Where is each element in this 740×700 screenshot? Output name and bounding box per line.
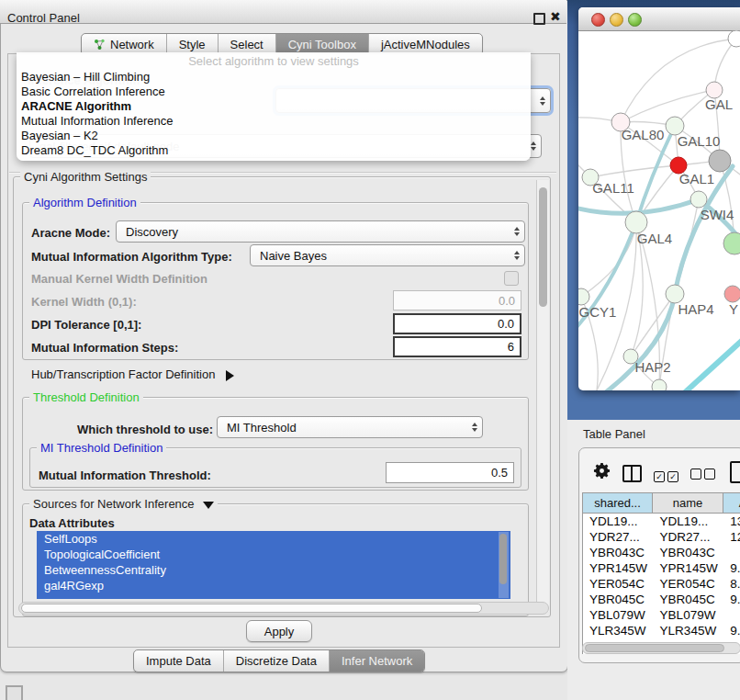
scrollbar-thumb[interactable]	[585, 644, 724, 652]
apply-button[interactable]: Apply	[246, 620, 312, 642]
data-attributes-list[interactable]: SelfLoopsTopologicalCoefficientBetweenne…	[37, 531, 510, 599]
table-row[interactable]: YDL19...YDL19...13	[583, 514, 740, 529]
zoom-button[interactable]	[628, 13, 642, 27]
table-row[interactable]: YBR043CYBR043C	[583, 545, 740, 560]
manual-kernel-checkbox[interactable]	[504, 271, 519, 286]
network-edge[interactable]	[590, 165, 678, 177]
algorithm-dropdown-list: Select algorithm to view settings Bayesi…	[17, 52, 531, 161]
network-canvas[interactable]: GALGAL80GAL10GAL1GAL11SWI4GAL4GCY1HAP4YH…	[578, 30, 740, 390]
table-row[interactable]: YBL079WYBL079W	[583, 607, 740, 623]
settings-vertical-scrollbar[interactable]	[536, 180, 549, 612]
node-gal10[interactable]	[666, 117, 684, 135]
attribute-item-clipped[interactable]	[37, 593, 510, 599]
which-threshold-combo[interactable]: MI Threshold	[217, 416, 483, 438]
dropdown-item-dream8-dc-tdc-algorithm[interactable]: Dream8 DC_TDC Algorithm	[17, 143, 531, 158]
tab-discretize-data[interactable]: Discretize Data	[224, 650, 330, 672]
chevron-right-icon	[226, 370, 234, 381]
table-cell: 13	[723, 514, 740, 529]
tab-infer-network[interactable]: Infer Network	[330, 650, 424, 672]
control-panel-titlebar[interactable]	[0, 0, 566, 24]
node-unlabeled-top[interactable]	[728, 30, 740, 47]
chevron-down-icon	[203, 502, 214, 509]
node-gray[interactable]	[709, 150, 731, 172]
columns-icon[interactable]	[622, 465, 642, 482]
scrollbar-thumb[interactable]	[21, 604, 482, 613]
table-cell: YBR043C	[583, 545, 654, 560]
table-cell: YBR045C	[583, 592, 654, 607]
table-row[interactable]: YBR045CYBR045C9.	[583, 592, 740, 607]
settings-group-title: Cyni Algorithm Settings	[20, 170, 151, 184]
column-header-name[interactable]: name	[653, 493, 723, 513]
node-label-gal: GAL	[705, 96, 733, 112]
table-cell: 9.	[723, 623, 740, 638]
minimize-button[interactable]	[610, 13, 623, 27]
table-cell: YBL079W	[654, 607, 724, 623]
table-horizontal-scrollbar[interactable]	[582, 642, 740, 654]
scrollbar-thumb[interactable]	[539, 187, 547, 307]
attribute-item-betweennesscentrality[interactable]: BetweennessCentrality	[37, 562, 510, 578]
stepper-arrows-icon	[531, 141, 536, 151]
table-row[interactable]: YDR27...YDR27...12	[583, 529, 740, 545]
table-cell	[723, 607, 740, 623]
threshold-definition-title: Threshold Definition	[29, 390, 143, 404]
checked-columns-icon[interactable]: ✓✓	[654, 467, 681, 483]
scrollbar-thumb[interactable]	[499, 534, 507, 584]
aracne-mode-value: Discovery	[126, 225, 178, 239]
dropdown-item-aracne-algorithm[interactable]: ARACNE Algorithm	[17, 99, 531, 114]
table-cell: YDL19...	[583, 514, 654, 529]
table-row[interactable]: YPR145WYPR145W9.	[583, 560, 740, 576]
dropdown-item-bayesian-hill-climbing[interactable]: Bayesian – Hill Climbing	[17, 70, 531, 85]
table-cell: YPR145W	[654, 560, 724, 576]
node-y[interactable]	[724, 286, 740, 302]
attribute-item-topologicalcoefficient[interactable]: TopologicalCoefficient	[37, 547, 510, 562]
kernel-width-field[interactable]: 0.0	[393, 290, 521, 310]
close-icon[interactable]: ✖	[550, 9, 561, 24]
attribute-item-gal4rgexp[interactable]: gal4RGexp	[37, 578, 510, 593]
document-icon[interactable]	[730, 461, 740, 483]
node-gcy1[interactable]	[578, 288, 589, 305]
attributes-scrollbar[interactable]	[499, 532, 509, 598]
mi-type-combo[interactable]: Naive Bayes	[250, 244, 525, 266]
gear-icon[interactable]	[593, 462, 611, 483]
network-edge-highlighted[interactable]	[578, 126, 675, 333]
dropdown-item-bayesian-k2[interactable]: Bayesian – K2	[17, 129, 531, 143]
minimized-panel-icon[interactable]	[6, 685, 23, 700]
node-hap4[interactable]	[666, 285, 684, 303]
column-header-A[interactable]: A	[723, 493, 740, 513]
dropdown-item-mutual-information-inference[interactable]: Mutual Information Inference	[17, 114, 531, 129]
node-right-green[interactable]	[723, 232, 740, 254]
float-window-icon[interactable]	[533, 13, 545, 25]
node-label-swi4: SWI4	[701, 207, 734, 222]
aracne-mode-combo[interactable]: Discovery	[116, 220, 525, 243]
dropdown-placeholder: Select algorithm to view settings	[17, 52, 531, 70]
sources-group-toggle[interactable]: Sources for Network Inference	[29, 497, 218, 511]
mi-type-label: Mutual Information Algorithm Type:	[31, 250, 232, 264]
column-header-shared[interactable]: shared...	[582, 493, 653, 513]
tab-impute-data[interactable]: Impute Data	[134, 650, 224, 672]
which-threshold-label: Which threshold to use:	[77, 423, 213, 436]
dpi-tolerance-field[interactable]: 0.0	[393, 313, 521, 334]
table-cell: 8.	[723, 576, 740, 592]
attribute-item-selfloops[interactable]: SelfLoops	[37, 531, 510, 547]
hub-definition-label: Hub/Transcription Factor Definition	[31, 367, 215, 381]
table-cell: YLR345W	[583, 623, 654, 638]
network-edge-highlighted[interactable]	[683, 339, 740, 390]
node-label-gal11: GAL11	[592, 180, 634, 196]
mi-threshold-field[interactable]: 0.5	[386, 462, 514, 483]
mi-steps-field[interactable]: 6	[393, 336, 521, 357]
network-edge[interactable]	[581, 222, 636, 297]
dpi-tolerance-label: DPI Tolerance [0,1]:	[31, 318, 141, 332]
hub-definition-toggle[interactable]: Hub/Transcription Factor Definition	[31, 367, 234, 381]
settings-horizontal-scrollbar[interactable]	[18, 602, 549, 615]
close-button[interactable]	[591, 13, 605, 27]
node-bottom[interactable]	[652, 379, 667, 390]
network-icon	[94, 39, 106, 51]
node-swi4[interactable]	[690, 191, 707, 208]
network-edge[interactable]	[621, 90, 714, 122]
dropdown-item-basic-correlation-inference[interactable]: Basic Correlation Inference	[17, 85, 531, 99]
table-cell: 9.	[723, 592, 740, 607]
table-row[interactable]: YER054CYER054C8.	[583, 576, 740, 592]
table-cell: YDL19...	[654, 514, 724, 529]
table-row[interactable]: YLR345WYLR345W9.	[583, 623, 740, 638]
unchecked-columns-icon[interactable]	[690, 467, 718, 483]
